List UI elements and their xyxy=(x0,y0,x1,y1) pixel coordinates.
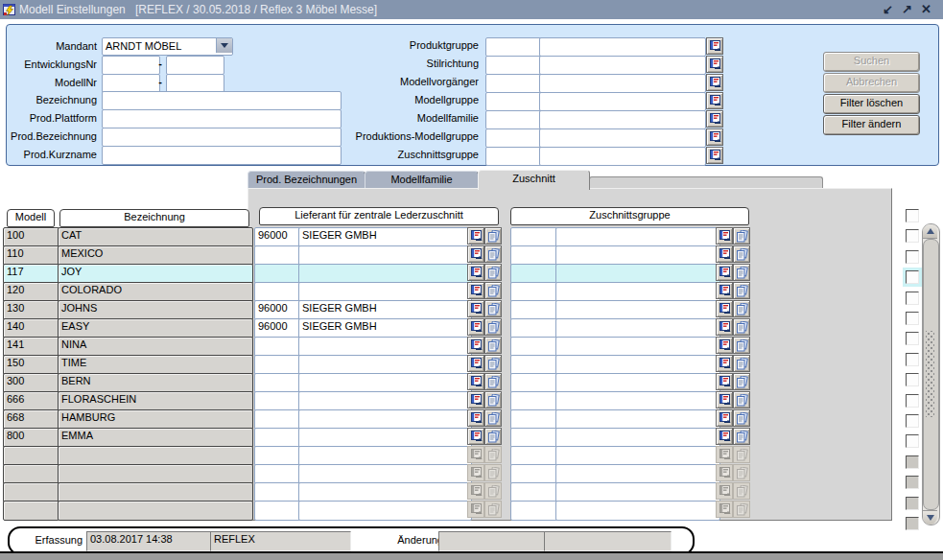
row-checkbox[interactable] xyxy=(906,497,919,510)
scroll-up-button[interactable] xyxy=(923,224,937,239)
row-checkbox[interactable] xyxy=(906,209,919,222)
erfassung-benutzer-field: REFLEX xyxy=(210,531,351,551)
modell-einstellungen-window: Modell Einstellungen [REFLEX / 30.05.201… xyxy=(0,0,943,560)
aenderung-benutzer-field xyxy=(544,531,672,551)
arrow-down-icon xyxy=(927,515,934,521)
row-checkbox[interactable] xyxy=(906,332,919,345)
model-column-header: Modell xyxy=(7,209,55,227)
vertical-scrollbar[interactable] xyxy=(922,223,940,525)
erfassung-datum-field: 03.08.2017 14:38 xyxy=(86,531,213,551)
row-checkbox[interactable] xyxy=(906,292,919,305)
lieferant-column-header: Lieferant für zentrale Lederzuschnitt xyxy=(259,207,499,225)
scrollbar-grip xyxy=(926,331,934,417)
row-checkbox[interactable] xyxy=(906,434,919,448)
row-checkbox-column xyxy=(0,0,943,560)
bezeichnung-column-header: Bezeichnung xyxy=(59,209,249,227)
row-checkbox[interactable] xyxy=(906,312,919,325)
row-checkbox[interactable] xyxy=(906,373,919,386)
row-checkbox[interactable] xyxy=(906,353,919,366)
row-checkbox[interactable] xyxy=(906,414,919,428)
row-checkbox[interactable] xyxy=(906,517,919,530)
row-checkbox[interactable] xyxy=(906,476,919,489)
zuschnittsgruppe-column-header: Zuschnittsgruppe xyxy=(510,207,749,225)
scroll-down-button[interactable] xyxy=(923,510,937,525)
row-checkbox[interactable] xyxy=(906,455,919,469)
row-checkbox[interactable] xyxy=(906,270,919,284)
aenderung-datum-field xyxy=(438,531,545,551)
arrow-up-icon xyxy=(927,228,934,234)
row-checkbox[interactable] xyxy=(906,229,919,243)
row-checkbox[interactable] xyxy=(906,394,919,408)
aenderung-label: Änderung xyxy=(393,534,443,546)
row-checkbox[interactable] xyxy=(906,250,919,264)
erfassung-label: Erfassung xyxy=(29,534,83,546)
window-bottom-edge xyxy=(0,551,943,560)
scrollbar-thumb[interactable] xyxy=(923,239,939,510)
tab-zuschnitt[interactable]: Zuschnitt xyxy=(478,170,590,190)
